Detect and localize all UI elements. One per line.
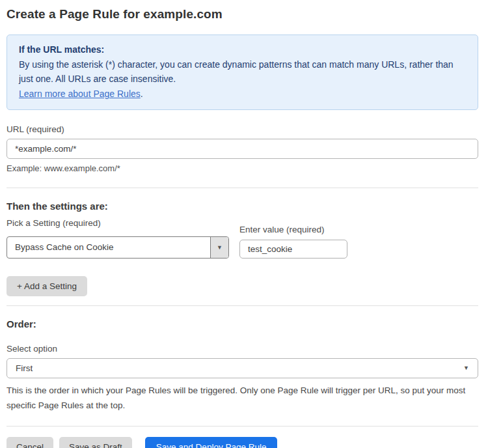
url-match-info-box: If the URL matches: By using the asteris…	[7, 35, 478, 110]
info-box-link-line: Learn more about Page Rules.	[19, 87, 466, 102]
info-box-heading: If the URL matches:	[19, 42, 466, 57]
add-setting-button[interactable]: + Add a Setting	[7, 276, 87, 296]
setting-value-column: Enter value (required)	[239, 225, 347, 259]
order-select-label: Select option	[7, 344, 478, 354]
create-page-rule-form: Create a Page Rule for example.com If th…	[0, 0, 488, 448]
info-box-body: By using the asterisk (*) character, you…	[19, 57, 466, 87]
chevron-down-icon[interactable]: ▼	[210, 237, 228, 258]
setting-picker-label: Pick a Setting (required)	[7, 218, 229, 228]
settings-section-heading: Then the settings are:	[7, 201, 478, 212]
cancel-button[interactable]: Cancel	[7, 437, 53, 448]
setting-value-input[interactable]	[239, 240, 347, 259]
link-period: .	[141, 89, 143, 99]
page-title: Create a Page Rule for example.com	[7, 7, 478, 21]
setting-value-label: Enter value (required)	[239, 225, 347, 234]
learn-more-link[interactable]: Learn more about Page Rules	[19, 89, 141, 99]
order-selected-value: First	[16, 363, 33, 373]
save-deploy-button[interactable]: Save and Deploy Page Rule	[145, 437, 278, 448]
settings-row: Pick a Setting (required) Bypass Cache o…	[7, 218, 478, 259]
form-actions: Cancel Save as Draft Save and Deploy Pag…	[7, 437, 478, 448]
save-draft-button[interactable]: Save as Draft	[59, 437, 132, 448]
order-description: This is the order in which your Page Rul…	[7, 384, 478, 413]
order-section-heading: Order:	[7, 318, 478, 329]
divider	[7, 426, 478, 427]
caret-down-icon: ▼	[463, 365, 469, 371]
url-label: URL (required)	[7, 124, 478, 134]
setting-picker-selected-value: Bypass Cache on Cookie	[7, 237, 210, 258]
order-select[interactable]: First ▼	[7, 358, 478, 378]
divider	[7, 188, 478, 188]
setting-picker-column: Pick a Setting (required) Bypass Cache o…	[7, 218, 229, 259]
url-input[interactable]	[7, 139, 478, 159]
divider	[7, 305, 478, 306]
url-example-text: Example: www.example.com/*	[7, 163, 478, 173]
setting-picker-select[interactable]: Bypass Cache on Cookie ▼	[7, 236, 229, 259]
